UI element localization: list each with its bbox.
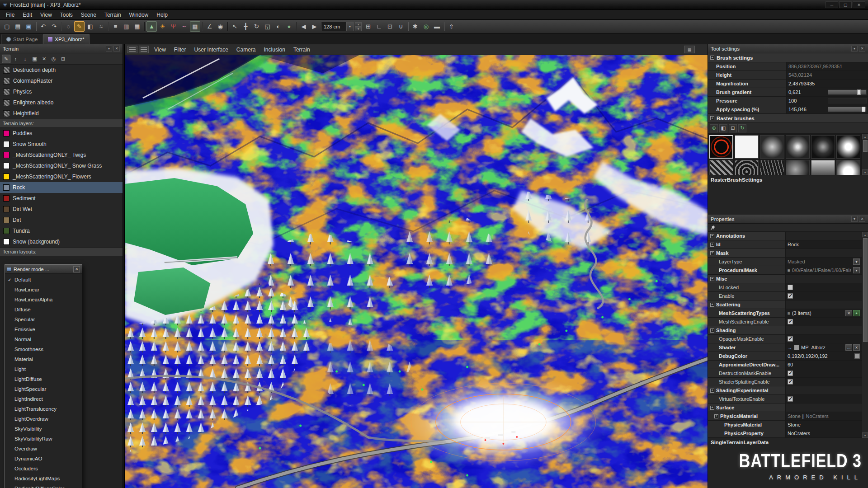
terrain-layer-row[interactable]: _MeshScatteringONLY_ Flowers bbox=[0, 171, 123, 182]
terrain-raster-item[interactable]: ColormapRaster bbox=[0, 75, 123, 86]
spinner-down-icon[interactable]: ▾ bbox=[355, 27, 362, 31]
layer-brush-icon[interactable]: ✎ bbox=[2, 55, 10, 63]
paint-tool-icon[interactable]: ✎ bbox=[74, 21, 85, 32]
close-icon[interactable]: ✕ bbox=[73, 266, 80, 272]
add-layer-icon[interactable]: ⊞ bbox=[59, 55, 67, 63]
terrain-raster-item[interactable]: Heightfield bbox=[0, 108, 123, 119]
expander-icon[interactable] bbox=[710, 389, 714, 393]
snap-object-icon[interactable]: ⊡ bbox=[385, 21, 395, 32]
render-mode-option[interactable]: RadiosityLightMaps bbox=[5, 474, 82, 483]
terrain-raster-item[interactable]: Physics bbox=[0, 86, 123, 97]
viewport-menu-item[interactable]: Terrain bbox=[289, 47, 314, 53]
menu-item[interactable]: View bbox=[36, 10, 56, 19]
smooth-tool-icon[interactable]: ≈ bbox=[96, 21, 106, 32]
viewport-menu-item[interactable]: View bbox=[150, 47, 170, 53]
brush-rings2[interactable] bbox=[735, 160, 759, 175]
brush-stripes[interactable] bbox=[709, 160, 733, 175]
move-down-icon[interactable]: ↓ bbox=[21, 55, 29, 63]
spinner-up-icon[interactable]: ▴ bbox=[355, 22, 362, 27]
back-icon[interactable]: ◀ bbox=[298, 21, 309, 32]
expander-icon[interactable] bbox=[710, 116, 714, 120]
tab-xp3-alborz[interactable]: XP3_Alborz* bbox=[43, 34, 89, 44]
terrain-layer-row[interactable]: Sediment bbox=[0, 193, 123, 204]
brush-feather[interactable] bbox=[836, 135, 860, 159]
close-icon[interactable]: ✕ bbox=[859, 46, 865, 52]
grid-view-button[interactable] bbox=[127, 46, 137, 53]
undo-icon[interactable]: ↶ bbox=[38, 21, 48, 32]
menu-item[interactable]: Tools bbox=[56, 10, 77, 19]
fill-tool-icon[interactable]: ◧ bbox=[85, 21, 95, 32]
brush-glow[interactable] bbox=[836, 160, 860, 175]
add-item-button[interactable]: + bbox=[853, 310, 860, 316]
clear-shader-button[interactable]: ✕ bbox=[853, 344, 860, 351]
delete-layer-icon[interactable]: ✕ bbox=[40, 55, 48, 63]
invert-brush-icon[interactable]: ◧ bbox=[719, 124, 727, 132]
viewport-menu-item[interactable]: Camera bbox=[232, 47, 260, 53]
render-mode-option[interactable]: Smoothness bbox=[5, 344, 82, 354]
render-mode-option[interactable]: LightIndirect bbox=[5, 394, 82, 404]
sun-icon[interactable]: ☀ bbox=[157, 21, 168, 32]
close-button[interactable]: ✕ bbox=[853, 1, 865, 8]
console-icon[interactable]: ▬ bbox=[432, 21, 442, 32]
render-mode-option[interactable]: LightDiffuse bbox=[5, 374, 82, 384]
terrain-layer-row[interactable]: Dirt bbox=[0, 215, 123, 225]
asset-search-icon[interactable]: ◎ bbox=[421, 21, 431, 32]
terrain-layer-row[interactable]: Rock bbox=[0, 182, 123, 193]
chevron-down-icon[interactable]: ▾ bbox=[346, 22, 353, 31]
render-mode-option[interactable]: Specular bbox=[5, 314, 82, 324]
expander-icon[interactable] bbox=[710, 406, 714, 410]
minimize-button[interactable]: ─ bbox=[826, 1, 838, 8]
expander-icon[interactable] bbox=[710, 243, 714, 247]
brush-scratch[interactable] bbox=[760, 160, 784, 175]
grid-size-combo[interactable]: 128 cm ▾ bbox=[321, 22, 354, 31]
outliner-icon[interactable]: ▥ bbox=[121, 21, 132, 32]
brush-scrollbar[interactable]: ▴ ▾ bbox=[862, 134, 868, 175]
checkbox[interactable] bbox=[788, 285, 793, 290]
maximize-button[interactable]: ▢ bbox=[839, 1, 852, 8]
scale-icon[interactable]: ◱ bbox=[262, 21, 273, 32]
viewport-menu-item[interactable]: Inclusion bbox=[260, 47, 289, 53]
render-mode-option[interactable]: Light bbox=[5, 364, 82, 374]
forward-icon[interactable]: ▶ bbox=[309, 21, 320, 32]
scroll-up-icon[interactable]: ▴ bbox=[862, 134, 868, 139]
render-mode-option[interactable]: RadiosityDiffuseColor bbox=[5, 483, 82, 488]
reload-brushes-icon[interactable]: ↻ bbox=[738, 124, 746, 132]
spline-tool-icon[interactable]: ∼ bbox=[179, 21, 189, 32]
layers-icon[interactable]: ≡ bbox=[110, 21, 121, 32]
expander-icon[interactable] bbox=[710, 328, 714, 333]
expander-icon[interactable] bbox=[710, 56, 714, 60]
properties-scrollbar[interactable]: ▴ ▾ bbox=[862, 232, 868, 438]
pressure-slider[interactable] bbox=[828, 98, 867, 103]
terrain-layer-row[interactable]: Snow Smooth bbox=[0, 139, 123, 150]
render-mode-option[interactable]: LightSpecular bbox=[5, 384, 82, 394]
dropdown-button[interactable]: ▾ bbox=[853, 258, 860, 265]
render-mode-option[interactable]: Diffuse bbox=[5, 305, 82, 314]
render-mode-option[interactable]: RawLinearAlpha bbox=[5, 295, 82, 305]
rotate-icon[interactable]: ↻ bbox=[251, 21, 262, 32]
terrain-raster-item[interactable]: Destruction depth bbox=[0, 65, 123, 75]
terrain-layer-row[interactable]: _MeshScatteringONLY_ Snow Grass bbox=[0, 160, 123, 171]
brush-fade[interactable] bbox=[811, 160, 835, 175]
measure-icon[interactable]: ∠ bbox=[204, 21, 215, 32]
render-mode-option[interactable]: Emissive bbox=[5, 324, 82, 334]
checkbox[interactable] bbox=[788, 293, 793, 299]
remove-item-button[interactable]: ✕ bbox=[845, 310, 852, 316]
brush-smoke[interactable] bbox=[786, 160, 810, 175]
menu-item[interactable]: Help bbox=[152, 10, 172, 19]
tools-icon[interactable]: ✱ bbox=[410, 21, 420, 32]
menu-item[interactable]: File bbox=[2, 10, 19, 19]
pin-icon[interactable]: ▾ bbox=[106, 46, 112, 52]
apply-spacing-slider[interactable] bbox=[828, 107, 867, 112]
render-mode-option[interactable]: LightOverdraw bbox=[5, 414, 82, 424]
menu-item[interactable]: Edit bbox=[19, 10, 36, 19]
menu-item[interactable]: Scene bbox=[77, 10, 100, 19]
viewport-menu-item[interactable]: User Interface bbox=[190, 47, 232, 53]
brush-soft[interactable] bbox=[760, 135, 784, 159]
checkbox[interactable] bbox=[788, 379, 793, 385]
terrain-tool-icon[interactable]: ▲ bbox=[146, 21, 157, 32]
render-mode-option[interactable]: Default bbox=[5, 275, 82, 285]
brush-gradient-slider[interactable] bbox=[828, 89, 867, 95]
duplicate-layer-icon[interactable]: ▣ bbox=[30, 55, 39, 63]
terrain-raster-item[interactable]: Enlighten albedo bbox=[0, 97, 123, 108]
close-icon[interactable]: ✕ bbox=[859, 216, 865, 222]
